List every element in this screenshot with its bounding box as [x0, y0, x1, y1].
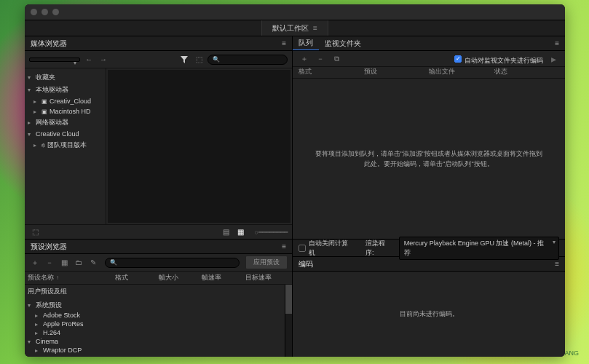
checkbox-icon: [454, 55, 462, 63]
app-window: 默认工作区 ≡ 媒体浏览器 ≡ ← → ⬚: [25, 4, 565, 357]
scrollbar-thumb[interactable]: [285, 285, 292, 314]
add-source-icon[interactable]: ＋: [299, 53, 310, 65]
media-browser-title: 媒体浏览器: [31, 39, 67, 49]
remove-preset-icon[interactable]: －: [44, 257, 55, 269]
add-preset-icon[interactable]: ＋: [29, 257, 41, 269]
right-column: 队列 监视文件夹 ≡ ＋ － ⧉ 自动对监视文件夹进行编码 ▸ 格式: [293, 36, 565, 357]
media-search-input[interactable]: 🔍: [207, 55, 288, 65]
tree-local-drives[interactable]: ▾本地驱动器: [25, 84, 106, 96]
bottom-right-panel: 自动关闭计算机 渲染程序: Mercury Playback Engine GP…: [293, 239, 565, 357]
workspace: 媒体浏览器 ≡ ← → ⬚ 🔍: [25, 36, 565, 357]
panel-menu-icon[interactable]: ≡: [282, 242, 286, 250]
panel-menu-icon[interactable]: ≡: [313, 24, 317, 32]
titlebar[interactable]: [25, 4, 565, 20]
tree-network-drives[interactable]: ▸网络驱动器: [25, 116, 106, 129]
preset-browser-header: 预设浏览器 ≡: [25, 240, 292, 254]
preset-search-input[interactable]: 🔍: [105, 258, 240, 268]
tree-favorites[interactable]: ▾收藏夹: [25, 71, 106, 84]
preset-scrollbar[interactable]: [285, 285, 292, 357]
preset-cinema-group[interactable]: ▾Cinema: [25, 337, 285, 346]
close-icon[interactable]: [31, 9, 37, 15]
queue-header: 队列 监视文件夹 ≡: [293, 36, 565, 51]
queue-empty-message: 要将项目添加到队列，请单击"添加源"按钮或者从媒体浏览器或桌面将文件拖到此处。要…: [293, 79, 565, 239]
tab-queue[interactable]: 队列: [293, 36, 319, 50]
encoding-empty-message: 目前尚未进行编码。: [293, 272, 565, 357]
preset-toolbar: ＋ － ▦ 🗀 ✎ 🔍 应用预设: [25, 254, 292, 272]
panel-menu-icon[interactable]: ≡: [282, 39, 286, 47]
left-column: 媒体浏览器 ≡ ← → ⬚ 🔍: [25, 36, 293, 357]
panel-menu-icon[interactable]: ≡: [555, 39, 565, 47]
arrow-right-icon[interactable]: →: [98, 54, 109, 66]
new-folder-icon[interactable]: 🗀: [73, 257, 84, 269]
preset-table-header: 预设名称↑ 格式 帧大小 帧速率 目标速率: [25, 272, 292, 285]
zoom-icon[interactable]: [52, 9, 59, 15]
renderer-dropdown[interactable]: Mercury Playback Engine GPU 加速 (Metal) -…: [399, 237, 559, 260]
media-toolbar: ← → ⬚ 🔍: [25, 51, 292, 68]
renderer-row: 自动关闭计算机 渲染程序: Mercury Playback Engine GP…: [293, 240, 565, 257]
preset-adobe-stock[interactable]: ▸Adobe Stock: [25, 311, 285, 320]
preset-h264[interactable]: ▸H.264: [25, 328, 285, 337]
queue-columns: 格式 预设 输出文件 状态: [293, 67, 565, 79]
encoding-title: 编码: [299, 259, 313, 269]
search-icon: 🔍: [110, 259, 117, 266]
media-browser-header: 媒体浏览器 ≡: [25, 36, 292, 51]
zoom-slider[interactable]: ○━━━━━━━━: [255, 229, 288, 236]
preset-browser-panel: 预设浏览器 ≡ ＋ － ▦ 🗀 ✎ 🔍 应用预设 预设名称↑: [25, 239, 292, 357]
edit-preset-icon[interactable]: ✎: [87, 257, 99, 269]
auto-shutdown-checkbox[interactable]: 自动关闭计算机: [299, 239, 354, 258]
search-icon: 🔍: [213, 56, 220, 63]
queue-toolbar: ＋ － ⧉ 自动对监视文件夹进行编码 ▸: [293, 51, 565, 67]
renderer-label: 渲染程序:: [365, 239, 393, 258]
minimize-icon[interactable]: [41, 9, 48, 15]
media-footer: ⬚ ▤ ▦ ○━━━━━━━━: [25, 224, 292, 239]
preset-tree: 用户预设及组 ▾系统预设 ▸Adobe Stock ▸Apple ProRes …: [25, 285, 285, 357]
placeholder-icon: ⬚: [29, 226, 41, 238]
tree-creative-cloud[interactable]: ▾Creative Cloud: [25, 129, 106, 139]
preset-user-group[interactable]: 用户预设及组: [25, 286, 285, 297]
ingest-icon[interactable]: ⬚: [193, 54, 205, 66]
preset-settings-icon[interactable]: ▦: [58, 257, 70, 269]
apply-preset-button[interactable]: 应用预设: [245, 256, 288, 269]
media-browser-panel: 媒体浏览器 ≡ ← → ⬚ 🔍: [25, 36, 292, 239]
media-preview[interactable]: [108, 70, 290, 223]
preset-wraptor-dcp[interactable]: ▸Wraptor DCP: [25, 346, 285, 355]
workspace-tab-default[interactable]: 默认工作区 ≡: [261, 20, 328, 36]
checkbox-icon: [299, 245, 306, 252]
start-queue-button[interactable]: ▸: [548, 53, 559, 65]
duplicate-icon[interactable]: ⧉: [331, 53, 342, 65]
arrow-left-icon[interactable]: ←: [83, 54, 95, 66]
preset-apple-prores[interactable]: ▸Apple ProRes: [25, 320, 285, 328]
filter-icon[interactable]: [178, 54, 190, 66]
media-tree: ▾收藏夹 ▾本地驱动器 ▸▣Creativ_Cloud ▸▣Macintosh …: [25, 68, 106, 224]
panel-menu-icon[interactable]: ≡: [555, 260, 559, 268]
tab-watch-folders[interactable]: 监视文件夹: [319, 36, 367, 50]
auto-encode-checkbox[interactable]: 自动对监视文件夹进行编码: [454, 52, 543, 66]
preset-browser-title: 预设浏览器: [31, 242, 67, 252]
remove-source-icon[interactable]: －: [315, 53, 326, 65]
media-body: ▾收藏夹 ▾本地驱动器 ▸▣Creativ_Cloud ▸▣Macintosh …: [25, 68, 292, 224]
tree-team-project[interactable]: ▸⎋团队项目版本: [25, 139, 106, 151]
list-view-icon[interactable]: ▤: [221, 228, 232, 237]
tree-macintosh-hd[interactable]: ▸▣Macintosh HD: [25, 106, 106, 116]
preset-system-group[interactable]: ▾系统预设: [25, 300, 285, 311]
queue-panel: 队列 监视文件夹 ≡ ＋ － ⧉ 自动对监视文件夹进行编码 ▸ 格式: [293, 36, 565, 239]
media-scope-dropdown[interactable]: [29, 58, 80, 62]
workspace-bar: 默认工作区 ≡: [25, 20, 565, 36]
tree-creative-cloud-drive[interactable]: ▸▣Creativ_Cloud: [25, 96, 106, 106]
traffic-lights: [31, 9, 59, 15]
thumbnail-view-icon[interactable]: ▦: [236, 228, 246, 237]
